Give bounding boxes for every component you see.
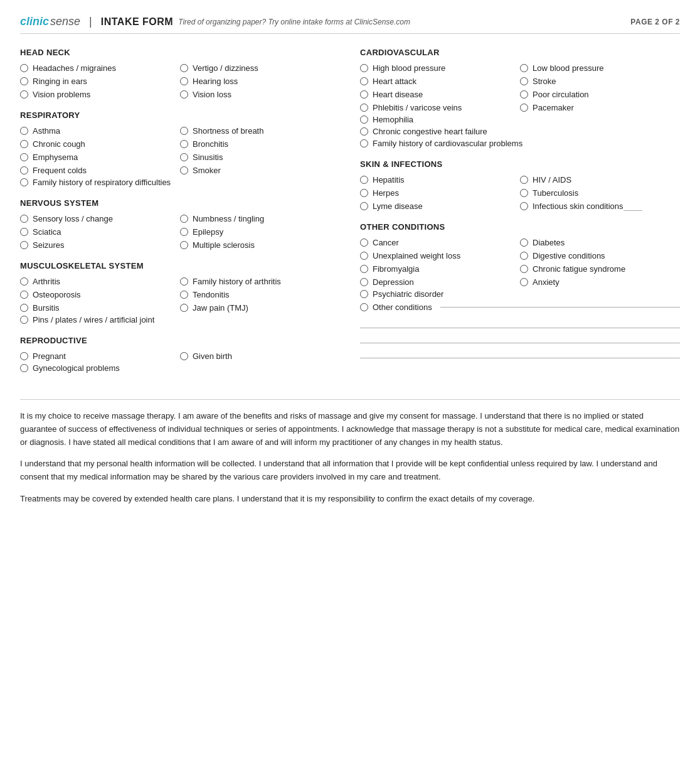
list-item[interactable]: Low blood pressure xyxy=(520,62,680,74)
circle-icon xyxy=(20,153,28,161)
list-item[interactable]: Pacemaker xyxy=(520,102,680,114)
list-item[interactable]: Hepatitis xyxy=(360,174,520,186)
section-cardiovascular: CARDIOVASCULAR High blood pressure Low b… xyxy=(360,48,680,149)
list-item[interactable]: Given birth xyxy=(180,350,340,362)
list-item[interactable]: Smoker xyxy=(180,164,340,176)
list-item[interactable]: Osteoporosis xyxy=(20,289,180,301)
list-item[interactable]: Arthritis xyxy=(20,276,180,287)
nervous-system-items: Sensory loss / change Numbness / tinglin… xyxy=(20,213,340,251)
reproductive-items: Pregnant Given birth xyxy=(20,350,340,362)
list-item[interactable]: Sciatica xyxy=(20,226,180,238)
section-nervous-system-title: NERVOUS SYSTEM xyxy=(20,198,340,208)
list-item[interactable]: Shortness of breath xyxy=(180,125,340,137)
list-item[interactable]: Gynecological problems xyxy=(20,362,340,374)
circle-icon xyxy=(20,178,28,186)
list-item-other[interactable]: Other conditions xyxy=(360,301,680,313)
circle-icon xyxy=(20,77,28,85)
circle-icon xyxy=(360,252,368,260)
circle-icon xyxy=(360,115,368,124)
list-item[interactable]: Numbness / tingling xyxy=(180,213,340,225)
list-item[interactable]: Herpes xyxy=(360,187,520,199)
list-item[interactable]: Asthma xyxy=(20,125,180,137)
list-item[interactable]: Anxiety xyxy=(520,276,680,288)
circle-icon xyxy=(520,278,528,286)
list-item[interactable]: Tuberculosis xyxy=(520,187,680,199)
circle-icon xyxy=(20,316,28,324)
circle-icon xyxy=(360,290,368,298)
list-item[interactable]: Poor circulation xyxy=(520,88,680,100)
list-item[interactable]: Sensory loss / change xyxy=(20,213,180,225)
list-item[interactable]: Emphysema xyxy=(20,151,180,163)
list-item[interactable]: Frequent colds xyxy=(20,164,180,176)
list-item[interactable]: Depression xyxy=(360,276,520,288)
circle-icon xyxy=(520,202,528,210)
logo-sense: sense xyxy=(50,15,80,28)
list-item[interactable]: Pins / plates / wires / artificial joint xyxy=(20,314,340,326)
circle-icon xyxy=(360,265,368,273)
circle-icon xyxy=(520,90,528,99)
head-neck-items: Headaches / migraines Vertigo / dizzines… xyxy=(20,62,340,100)
page-number: PAGE 2 OF 2 xyxy=(630,18,680,26)
list-item[interactable]: Psychiatric disorder xyxy=(360,288,680,300)
circle-icon xyxy=(360,303,368,311)
list-item[interactable]: Jaw pain (TMJ) xyxy=(180,302,340,314)
list-item[interactable]: Headaches / migraines xyxy=(20,62,180,74)
circle-icon xyxy=(180,90,188,99)
circle-icon xyxy=(180,228,188,236)
list-item[interactable]: Chronic congestive heart failure xyxy=(360,126,680,137)
list-item[interactable]: Stroke xyxy=(520,75,680,87)
list-item[interactable]: Diabetes xyxy=(520,237,680,249)
skin-infections-items: Hepatitis HIV / AIDS Herpes Tuberculosis… xyxy=(360,174,680,212)
list-item[interactable]: Chronic fatigue syndrome xyxy=(520,263,680,275)
header-title: INTAKE FORM xyxy=(101,16,173,28)
cardiovascular-items: High blood pressure Low blood pressure H… xyxy=(360,62,680,114)
circle-icon xyxy=(20,364,28,372)
list-item[interactable]: Phlebitis / varicose veins xyxy=(360,102,520,114)
list-item[interactable]: HIV / AIDS xyxy=(520,174,680,186)
list-item[interactable]: Unexplained weight loss xyxy=(360,250,520,262)
list-item[interactable]: Epilepsy xyxy=(180,226,340,238)
list-item[interactable]: Heart disease xyxy=(360,88,520,100)
list-item[interactable]: Seizures xyxy=(20,239,180,251)
list-item[interactable]: Ringing in ears xyxy=(20,75,180,87)
list-item[interactable]: Sinusitis xyxy=(180,151,340,163)
section-musculoskeletal-title: MUSCULOSKELETAL SYSTEM xyxy=(20,261,340,270)
list-item[interactable]: Multiple sclerosis xyxy=(180,239,340,251)
list-item[interactable]: Pregnant xyxy=(20,350,180,362)
list-item[interactable]: Fibromyalgia xyxy=(360,263,520,275)
list-item[interactable]: Family history of cardiovascular problem… xyxy=(360,137,680,149)
list-item[interactable]: Vertigo / dizziness xyxy=(180,62,340,74)
list-item[interactable]: Digestive conditions xyxy=(520,250,680,262)
list-item[interactable]: Bronchitis xyxy=(180,138,340,150)
list-item[interactable]: Heart attack xyxy=(360,75,520,87)
list-item[interactable]: Family history of arthritis xyxy=(180,276,340,287)
circle-icon xyxy=(180,127,188,135)
circle-icon xyxy=(360,64,368,72)
section-other-conditions: OTHER CONDITIONS Cancer Diabetes Unexpla… xyxy=(360,222,680,358)
list-item[interactable]: Vision loss xyxy=(180,88,340,100)
circle-icon xyxy=(20,90,28,99)
logo: clinicsense xyxy=(20,15,80,28)
list-item[interactable]: Vision problems xyxy=(20,88,180,100)
logo-clinic: clinic xyxy=(20,15,49,28)
circle-icon xyxy=(360,127,368,136)
consent-section: It is my choice to receive massage thera… xyxy=(20,399,680,506)
list-item[interactable]: Chronic cough xyxy=(20,138,180,150)
circle-icon xyxy=(180,304,188,312)
circle-icon xyxy=(180,153,188,161)
list-item[interactable]: Hemophilia xyxy=(360,114,680,126)
list-item[interactable]: Hearing loss xyxy=(180,75,340,87)
list-item[interactable]: Bursitis xyxy=(20,302,180,314)
circle-icon xyxy=(20,215,28,223)
list-item[interactable]: Infectious skin conditions xyxy=(520,200,680,212)
consent-paragraph-3: Treatments may be covered by extended he… xyxy=(20,493,680,506)
list-item[interactable]: High blood pressure xyxy=(360,62,520,74)
circle-icon xyxy=(520,238,528,247)
circle-icon xyxy=(360,202,368,210)
list-item[interactable]: Tendonitis xyxy=(180,289,340,301)
list-item[interactable]: Cancer xyxy=(360,237,520,249)
section-skin-infections: SKIN & INFECTIONS Hepatitis HIV / AIDS H… xyxy=(360,159,680,212)
consent-paragraph-1: It is my choice to receive massage thera… xyxy=(20,410,680,449)
list-item[interactable]: Lyme disease xyxy=(360,200,520,212)
list-item[interactable]: Family history of respiratory difficulti… xyxy=(20,176,340,188)
